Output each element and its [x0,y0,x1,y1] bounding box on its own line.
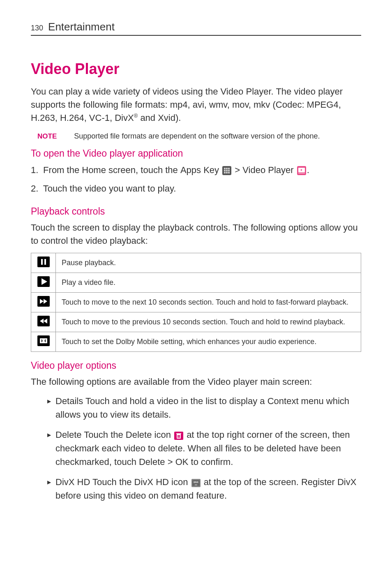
svg-rect-24 [180,435,180,438]
delete-trash-icon [174,432,183,440]
svg-rect-19 [40,338,47,343]
pause-icon [37,257,50,267]
svg-text:HD: HD [195,484,197,486]
divx-text-1: Touch the [90,477,134,487]
open-heading: To open the Video player application [31,148,361,159]
options-list: Details Touch and hold a video in the li… [31,394,361,502]
intro-text-2: and Xvid). [138,113,181,123]
step1-gt: > [232,165,242,175]
option-divx: DivX HD Touch the DivX HD icon DIVXHD at… [47,475,361,502]
svg-marker-18 [40,319,44,324]
divx-text-2: icon [169,477,191,487]
step1-number: 1. [31,163,41,177]
delete-word-2: Delete [139,457,165,467]
divx-hd-icon: DIVXHD [191,479,201,487]
divx-word: DivX HD [134,477,169,487]
svg-rect-23 [178,435,179,438]
svg-rect-7 [226,172,228,173]
svg-rect-22 [178,435,178,438]
icon-cell [31,253,56,273]
control-row-dolby: Touch to set the Dolby Mobile setting, w… [31,332,361,352]
step2-text: Touch the video you want to play. [41,183,176,194]
svg-rect-8 [228,172,230,173]
icon-cell [31,312,56,332]
main-title: Video Player [31,60,361,78]
option-details: Details Touch and hold a video in the li… [47,394,361,421]
control-desc: Touch to move to the previous 10 seconds… [56,312,361,332]
rewind-icon [37,316,50,326]
options-intro: The following options are available from… [31,375,361,388]
delete-label: Delete [55,430,82,440]
step1: 1. From the Home screen, touch the Apps … [31,163,361,177]
control-row-ffwd: Touch to move to the next 10 seconds sec… [31,293,361,312]
video-player-label: Video Player [242,165,293,175]
playback-heading: Playback controls [31,206,361,217]
page-number: 130 [31,24,43,32]
icon-cell [31,332,56,352]
playback-intro: Touch the screen to display the playback… [31,221,361,247]
apps-key-icon [222,166,231,175]
svg-rect-0 [224,168,226,169]
playback-controls-table: Pause playback. Play a video file. Touch… [31,253,361,352]
note-text: Supported file formats are dependent on … [74,132,320,141]
step2: 2. Touch the video you want to play. [31,182,361,195]
icon-cell [31,293,56,312]
registered-mark: ® [134,112,138,118]
apps-key-label: Apps Key [180,165,219,175]
page-section-title: Entertainment [48,21,115,33]
delete-gt: > [165,457,175,467]
divx-label: DivX HD [55,477,90,487]
step2-number: 2. [31,182,41,195]
details-label: Details [55,396,83,406]
control-row-pause: Pause playback. [31,253,361,273]
delete-text-4: to confirm. [188,457,233,467]
svg-rect-3 [224,170,226,171]
intro-text-1: You can play a wide variety of videos us… [31,86,343,123]
step1-text-1: From the Home screen, touch the [41,165,180,175]
svg-rect-6 [224,172,226,173]
icon-cell [31,273,56,293]
dolby-icon [37,335,50,346]
svg-marker-15 [40,299,44,304]
svg-rect-12 [41,259,43,265]
svg-rect-1 [226,168,228,169]
svg-marker-17 [44,319,47,324]
svg-rect-21 [176,433,181,434]
svg-text:DIVX: DIVX [194,481,198,483]
delete-text-1: Touch the [82,430,126,440]
control-row-rwd: Touch to move to the previous 10 seconds… [31,312,361,332]
note-block: NOTE Supported file formats are dependen… [37,132,361,141]
details-text: Touch and hold a video in the list to di… [55,396,349,420]
page-header: 130 Entertainment [31,21,361,36]
control-desc: Pause playback. [56,253,361,273]
intro-paragraph: You can play a wide variety of videos us… [31,85,361,125]
svg-rect-11 [298,173,305,173]
play-icon [37,276,50,287]
step1-end: . [307,165,309,175]
svg-rect-2 [228,168,230,169]
svg-marker-14 [42,278,47,285]
svg-marker-16 [44,299,47,304]
control-row-play: Play a video file. [31,273,361,293]
option-delete: Delete Touch the Delete icon at the top … [47,428,361,469]
options-heading: Video player options [31,360,361,371]
control-desc: Touch to set the Dolby Mobile setting, w… [56,332,361,352]
video-player-icon [297,166,306,175]
svg-rect-5 [228,170,230,171]
delete-word: Delete [126,430,152,440]
control-desc: Play a video file. [56,273,361,293]
svg-rect-13 [44,259,46,265]
svg-rect-4 [226,170,228,171]
note-label: NOTE [37,132,57,141]
fast-forward-icon [37,296,50,307]
control-desc: Touch to move to the next 10 seconds sec… [56,293,361,312]
ok-word: OK [175,457,189,467]
delete-text-2: icon [152,430,173,440]
